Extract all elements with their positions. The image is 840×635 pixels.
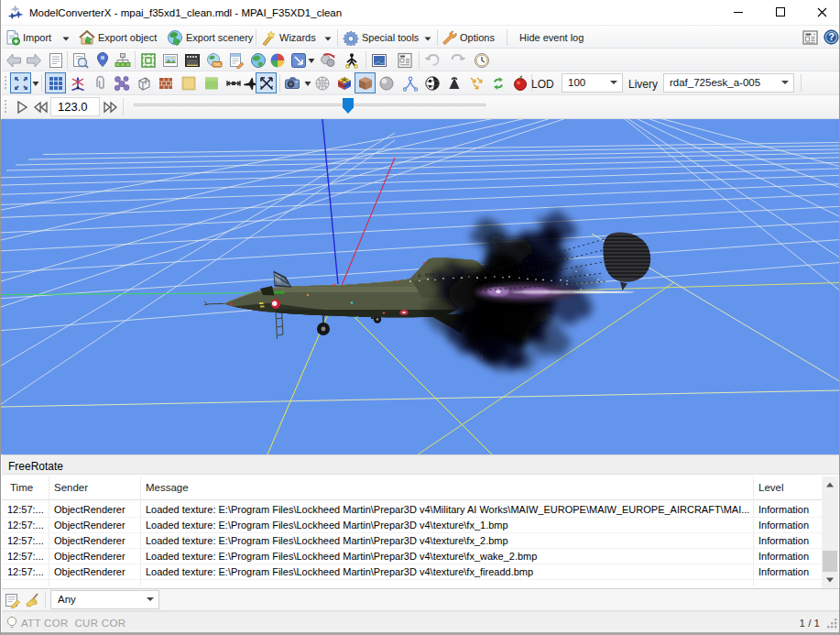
svg-text:A-005: A-005 xyxy=(418,272,436,279)
svg-text:?: ? xyxy=(828,31,835,42)
svg-text:XML: XML xyxy=(213,62,222,67)
